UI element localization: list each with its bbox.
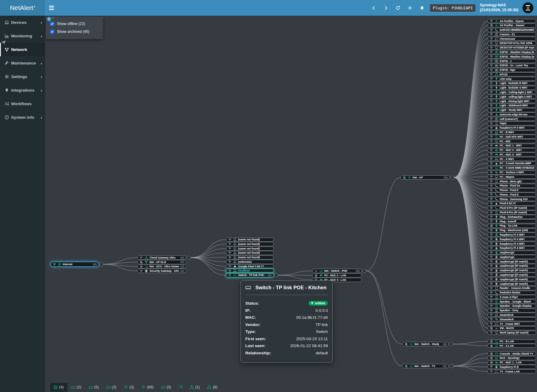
device-row-pixel-9-pro-ip-match[interactable]: Pixel-9-Pro (IP match) — [488, 211, 536, 215]
rocket-icon[interactable] — [1, 39, 7, 46]
hardware-tab-8-shuffle[interactable] — [175, 383, 186, 391]
node-name-not-found[interactable]: (name not found) — [226, 238, 274, 242]
device-row-phone-pixel-6[interactable]: Phone - Pixel 6 — [488, 188, 536, 192]
device-row-chromecast[interactable]: Chromecast — [488, 37, 536, 41]
device-row-raspberrypi-ip-match[interactable]: raspberrypi (IP match) — [488, 277, 536, 281]
device-row-null-camera[interactable]: null (camera?) — [488, 117, 536, 121]
device-row-plug-sonoff[interactable]: Plug - Sonoff — [488, 219, 536, 223]
app-logo[interactable]: NetAlertx — [0, 0, 45, 16]
device-row-raspberrypi-ip-match[interactable]: raspberrypi (IP match) — [488, 282, 536, 286]
node-switch-tp-link-poe-kitchen[interactable]: Switch - TP link POE - Kitchen — [226, 273, 274, 278]
notifications-bell-icon[interactable] — [418, 4, 426, 12]
move-pan-button[interactable] — [406, 4, 414, 12]
hardware-tab-4-switch[interactable]: (3) — [103, 383, 120, 392]
hardware-tab-1-globe[interactable]: (4) — [50, 383, 68, 392]
collapse-node-button[interactable]: - — [450, 343, 453, 346]
device-actions-button[interactable] — [180, 261, 184, 263]
device-row-raspberry-pi-4-wifi[interactable]: Raspberry Pi 4 WiFi — [488, 242, 536, 246]
hardware-tab-7-switch[interactable]: (3) — [158, 383, 175, 392]
collapse-node-button[interactable]: - — [100, 263, 103, 266]
device-actions-button[interactable] — [444, 176, 448, 179]
sidebar-item-settings[interactable]: Settings ‹ — [0, 70, 45, 83]
refresh-button[interactable] — [394, 4, 402, 12]
device-row-pc-s-work-daniels-mbp[interactable]: PC - S work Daniels-MBP — [488, 162, 536, 165]
device-row-plug-dishwasher[interactable]: Plug - Dishwasher — [488, 215, 536, 219]
node-net-ap-old[interactable]: 5) Net - AP OLD — [137, 260, 186, 264]
device-row-esp32-1n-laser-toy[interactable]: ESP32 - 1n - Laser Toy — [488, 64, 536, 67]
device-row-pc-nuc-3-wifi[interactable]: PC - NUC 3 - WiFi — [488, 148, 536, 152]
hardware-tab-2-switch[interactable]: (2) — [68, 383, 85, 392]
device-row-s-mum-z-flip7[interactable]: S mum Z-Flip7 — [488, 295, 536, 299]
node-google-pixel-3-66-77[interactable]: Google Pixel 3 66:77 — [226, 264, 274, 268]
hardware-tab-3-switch[interactable]: (5) — [85, 383, 103, 392]
hardware-tab-10-sitemap[interactable]: (8) — [204, 383, 221, 392]
hardware-tab-6-wifi[interactable]: (68) — [138, 383, 157, 392]
sidebar-item-system-info[interactable]: System info ‹ — [0, 111, 45, 124]
node-name-not-found[interactable]: (name not found) — [226, 242, 274, 246]
device-row-pc-b-wifi[interactable]: PC - B WiFi — [488, 130, 536, 134]
device-row-pc-b-lan[interactable]: 2) PC - B LAN — [488, 340, 536, 343]
sidebar-item-devices[interactable]: Devices ‹ — [0, 16, 45, 29]
device-row-pc-surface-4-wifi[interactable]: PC - Surface 4 WiFi — [488, 171, 536, 174]
device-row-esp32-1[interactable]: ESP32 - 1 — [488, 59, 536, 63]
device-row-raspberrypi-ip-match[interactable]: raspberrypi (IP match) — [488, 264, 536, 268]
device-row-raspberrypi[interactable]: raspberrypi — [488, 255, 536, 259]
hardware-tab-9-sitemap[interactable]: (1) — [186, 383, 204, 392]
sidebar-item-network[interactable]: Network — [0, 43, 45, 56]
device-actions-button[interactable] — [180, 270, 184, 272]
device-row-camera-e1[interactable]: Camera - E1 — [488, 32, 536, 36]
sidebar-item-workflows[interactable]: Workflows — [0, 97, 45, 111]
device-row-raspberrypi-ip-match[interactable]: raspberrypi (IP match) — [488, 259, 536, 263]
device-row-tv-frame-wifi[interactable]: TV - Frame WiFi — [488, 322, 536, 326]
device-row-motorola-edge-50-neo[interactable]: motorola-edge-50-neo — [488, 112, 536, 116]
device-row-light-ceiling-light-1-wifi[interactable]: Light - Ceiling-light-1 WiFi — [488, 90, 536, 94]
collapse-node-button[interactable]: - — [187, 256, 190, 259]
device-row-pc-s-wifi[interactable]: PC - S WiFi — [488, 157, 536, 161]
node-net-switch-poe[interactable]: Net - Switch - POE — [312, 269, 362, 273]
device-row-pc-s-work-mmd-67082015[interactable]: PC - S work MMD-67082015... — [488, 166, 536, 170]
device-row-light-ceiling-light-2-wifi[interactable]: Light - ceiling-light-2 WiFi — [488, 95, 536, 99]
device-row-pc-nuc-1-lan[interactable]: 4) PC - NUC 1 - LAN — [488, 361, 536, 365]
node-internet[interactable]: Internet — [51, 262, 99, 267]
device-row-air-purifier-xiaomi[interactable]: 2) Air Purifier - Xiaomi — [488, 24, 536, 27]
device-row-android-c8608b93a00e4690[interactable]: android-c8608b93a00e4690 — [488, 28, 536, 32]
device-row-raspberrypi[interactable]: raspberrypi — [488, 251, 536, 255]
device-row-phone-moto-g82[interactable]: Phone - Moto g82 — [488, 179, 536, 183]
sidebar-toggle-button[interactable] — [45, 0, 58, 16]
device-row-air-purifier-dyson[interactable]: Air Purifier - Dyson — [488, 19, 536, 23]
device-row-led-strip[interactable]: LED strip — [488, 77, 536, 81]
sidebar-item-monitoring[interactable]: Monitoring ‹ — [0, 29, 45, 43]
device-row-pc-msi[interactable]: PC - MSI — [488, 139, 536, 143]
device-row-pc-nuc-4-wifi[interactable]: PC - NUC 4 - WiFi — [488, 152, 536, 156]
device-actions-button[interactable] — [180, 256, 184, 259]
device-row-pixel-9-pro-ip-match[interactable]: Pixel-9-Pro (IP match) — [488, 206, 536, 210]
device-row-plug-washroom-old[interactable]: Plug - Washroom (old) — [488, 228, 536, 232]
checkbox-checked-icon[interactable] — [50, 30, 54, 34]
device-row-light-sideboard-wifi[interactable]: Light - Sideboard WiFi — [488, 104, 536, 108]
device-actions-button[interactable] — [268, 274, 272, 277]
device-actions-button[interactable] — [93, 263, 97, 266]
node-net-switch-study[interactable]: 3) Net - Switch - Study — [402, 342, 449, 346]
device-row-desktop-h71l7ge-1e99[interactable]: DESKTOP-H71L7GE 1E99 — [488, 41, 536, 45]
device-row-oppo[interactable]: Oppo — [488, 121, 536, 125]
node-security-gateway-usg[interactable]: Security Gateway - USG — [137, 269, 186, 273]
device-row-kp115[interactable]: KP115 — [488, 72, 536, 76]
device-actions-button[interactable] — [180, 265, 184, 268]
device-row-raspberry-pi-4-wifi[interactable]: Raspberry Pi 4 WiFi — [488, 126, 536, 130]
device-row-pc-wayne[interactable]: PC - Wayne — [488, 175, 536, 179]
device-row-raspberrypi-ip-match[interactable]: raspberrypi (IP match) — [488, 268, 536, 272]
collapse-node-button[interactable]: - — [451, 176, 454, 179]
checkbox-checked-icon[interactable] — [50, 22, 54, 26]
device-row-steamdeck[interactable]: Steamdeck — [488, 317, 536, 321]
device-row-desktop-iv7e55n-ip-match[interactable]: DESKTOP-IV7E55N (IP match) — [488, 46, 536, 50]
device-row-pixel-6-82-72[interactable]: Pixel-6 82:72 — [488, 202, 536, 205]
device-row-raspberry-pi-b[interactable]: Raspberry Pi B — [488, 365, 536, 369]
device-row-steamdeck[interactable]: steamdeck — [488, 313, 536, 317]
device-row-plug-tp-link[interactable]: 2) Plug - Tp-Link — [488, 224, 536, 228]
node-net-switch-tv[interactable]: 1) Net - Switch - TV — [402, 364, 449, 368]
hardware-tab-5-wifi[interactable]: (3) — [120, 383, 138, 392]
node-pc-nuc-2-lan[interactable]: 2) PC - NUC 2 - LAN — [312, 273, 362, 278]
node-name-not-found[interactable]: (name not found) — [226, 251, 274, 255]
filter-show-archived-45[interactable]: Show archived (45) — [50, 28, 99, 36]
node-name-not-found[interactable]: (name not found) — [226, 246, 274, 251]
